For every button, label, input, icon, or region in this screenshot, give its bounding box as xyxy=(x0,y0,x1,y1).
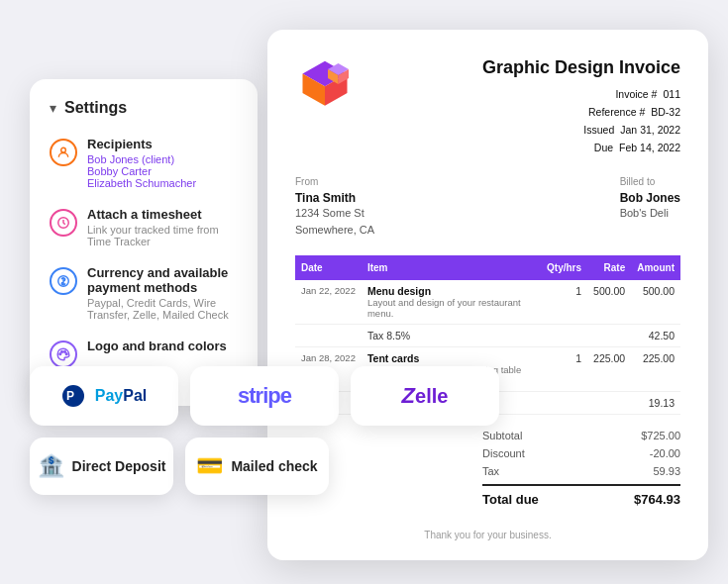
recipients-title: Recipients xyxy=(87,137,196,151)
svg-text:P: P xyxy=(66,389,74,403)
col-empty xyxy=(492,255,541,280)
recipient-link-2[interactable]: Elizabeth Schumacher xyxy=(87,177,196,189)
from-address: 1234 Some StSomewhere, CA xyxy=(295,205,374,238)
settings-header: ▾ Settings xyxy=(50,99,238,117)
billed-company: Bob's Deli xyxy=(620,205,680,222)
discount-row: Discount -20.00 xyxy=(482,444,680,462)
chevron-icon: ▾ xyxy=(50,100,56,116)
col-item: Item xyxy=(362,255,492,280)
row1-date: Jan 22, 2022 xyxy=(295,280,362,325)
currency-title: Currency and available payment methods xyxy=(87,265,238,295)
col-qty: Qty/hrs xyxy=(541,255,587,280)
currency-desc: Paypal, Credit Cards, Wire Transfer, Zel… xyxy=(87,297,238,321)
invoice-totals: Subtotal $725.00 Discount -20.00 Tax 59.… xyxy=(482,427,680,510)
total-value: $764.93 xyxy=(634,492,680,507)
row1-rate: 500.00 xyxy=(587,280,631,325)
invoice-parties: From Tina Smith 1234 Some StSomewhere, C… xyxy=(295,176,680,238)
timesheet-desc: Link your tracked time from Time Tracker xyxy=(87,224,238,247)
invoice-meta: Invoice # 011 Reference # BD-32 Issued J… xyxy=(482,86,680,156)
invoice-footer: Thank you for your business. xyxy=(295,522,680,540)
zelle-card[interactable]: Zelle xyxy=(351,366,499,426)
zelle-label: Zelle xyxy=(402,383,449,409)
svg-point-4 xyxy=(61,351,63,353)
invoice-label: Invoice # xyxy=(615,86,657,104)
reference-value: BD-32 xyxy=(651,104,680,122)
tax-row-1: Tax 8.5% 42.50 xyxy=(295,325,680,347)
billed-label: Billed to xyxy=(620,176,680,187)
mailed-check-icon: 💳 xyxy=(196,453,223,479)
subtotal-row: Subtotal $725.00 xyxy=(482,427,680,444)
settings-item-currency: Currency and available payment methods P… xyxy=(50,265,238,321)
due-value: Feb 14, 2022 xyxy=(619,140,680,157)
table-row: Jan 22, 2022 Menu design Layout and desi… xyxy=(295,280,680,325)
direct-deposit-label: Direct Deposit xyxy=(72,458,166,474)
subtotal-value: $725.00 xyxy=(641,430,680,441)
payment-cards: P PayPal stripe Zelle 🏦 Direct Deposit 💳… xyxy=(30,366,499,495)
invoice-number: 011 xyxy=(663,86,680,104)
stripe-label: stripe xyxy=(238,383,291,409)
paint-icon xyxy=(50,341,77,368)
billed-name: Bob Jones xyxy=(620,191,680,205)
svg-point-3 xyxy=(59,353,61,355)
paypal-icon: P xyxy=(61,384,85,408)
row2-rate: 225.00 xyxy=(587,347,631,392)
invoice-title-block: Graphic Design Invoice Invoice # 011 Ref… xyxy=(482,57,680,156)
col-amount: Amount xyxy=(631,255,680,280)
person-icon xyxy=(50,139,77,166)
paypal-card[interactable]: P PayPal xyxy=(30,366,178,426)
due-label: Due xyxy=(594,140,613,157)
svg-point-5 xyxy=(64,351,66,353)
settings-item-recipients: Recipients Bob Jones (client) Bobby Cart… xyxy=(50,137,238,189)
dollar-icon xyxy=(50,267,77,295)
row2-amount: 225.00 xyxy=(631,347,680,392)
clock-icon xyxy=(50,209,77,237)
total-row: Total due $764.93 xyxy=(482,484,680,510)
from-block: From Tina Smith 1234 Some StSomewhere, C… xyxy=(295,176,374,238)
recipient-link-0[interactable]: Bob Jones (client) xyxy=(87,153,196,165)
settings-panel: ▾ Settings Recipients Bob Jones (client)… xyxy=(30,79,258,406)
recipient-link-1[interactable]: Bobby Carter xyxy=(87,165,196,177)
paypal-label: PayPal xyxy=(95,387,147,405)
mailed-check-card[interactable]: 💳 Mailed check xyxy=(185,438,329,495)
reference-label: Reference # xyxy=(588,104,645,122)
col-date: Date xyxy=(295,255,362,280)
discount-value: -20.00 xyxy=(650,447,680,459)
row1-amount: 500.00 xyxy=(631,280,680,325)
timesheet-title: Attach a timesheet xyxy=(87,207,238,222)
company-logo xyxy=(295,57,355,117)
settings-item-timesheet: Attach a timesheet Link your tracked tim… xyxy=(50,207,238,247)
invoice-header: Graphic Design Invoice Invoice # 011 Ref… xyxy=(295,57,680,156)
billed-block: Billed to Bob Jones Bob's Deli xyxy=(620,176,680,238)
tax-value: 59.93 xyxy=(653,465,680,477)
settings-title: Settings xyxy=(64,99,127,117)
row2-qty: 1 xyxy=(541,347,587,392)
from-name: Tina Smith xyxy=(295,191,374,205)
settings-item-logo: Logo and brand colors xyxy=(50,339,238,368)
recipients-links: Bob Jones (client) Bobby Carter Elizabet… xyxy=(87,153,196,189)
col-rate: Rate xyxy=(587,255,631,280)
direct-deposit-card[interactable]: 🏦 Direct Deposit xyxy=(30,438,173,495)
invoice-title: Graphic Design Invoice xyxy=(482,57,680,78)
row1-tax: 42.50 xyxy=(631,325,680,347)
stripe-card[interactable]: stripe xyxy=(190,366,339,426)
svg-point-0 xyxy=(61,147,66,152)
from-label: From xyxy=(295,176,374,187)
mailed-check-label: Mailed check xyxy=(231,458,317,474)
payment-row-1: P PayPal stripe Zelle xyxy=(30,366,499,426)
row1-qty: 1 xyxy=(541,280,587,325)
tax-total-row: Tax 59.93 xyxy=(482,462,680,480)
issued-label: Issued xyxy=(583,122,614,140)
svg-point-6 xyxy=(65,353,67,355)
issued-value: Jan 31, 2022 xyxy=(620,122,680,140)
row1-item: Menu design Layout and design of your re… xyxy=(362,280,541,325)
row2-tax: 19.13 xyxy=(631,392,680,415)
logo-title: Logo and brand colors xyxy=(87,339,227,353)
payment-row-2: 🏦 Direct Deposit 💳 Mailed check xyxy=(30,438,499,495)
direct-deposit-icon: 🏦 xyxy=(38,453,64,479)
